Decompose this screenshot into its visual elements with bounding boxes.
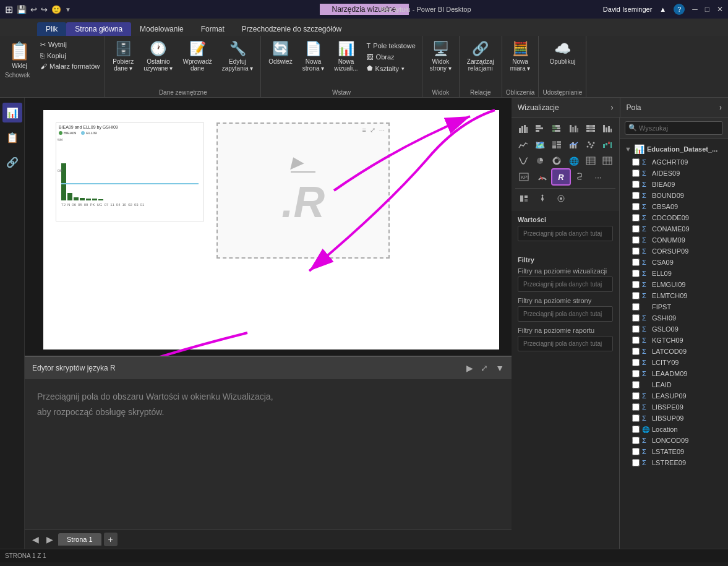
fields-search-input[interactable] bbox=[625, 121, 723, 135]
viz-fields-subtab-icon[interactable] bbox=[515, 191, 533, 206]
field-kgtch09-checkbox[interactable] bbox=[632, 337, 640, 344]
field-gslo09-checkbox[interactable] bbox=[632, 325, 640, 333]
filtry-strony-drop[interactable]: Przeciągnij pola danych tutaj bbox=[518, 306, 613, 322]
field-loncod09-checkbox[interactable] bbox=[632, 437, 640, 444]
paste-button[interactable]: 📋 Wklej bbox=[5, 38, 34, 72]
field-fipst-checkbox[interactable] bbox=[632, 303, 640, 311]
field-kgtch09[interactable]: Σ KGTCH09 bbox=[620, 335, 728, 346]
wprowadz-dane-button[interactable]: 📝 Wprowadźdane bbox=[179, 38, 215, 74]
filtry-wizualizacji-drop[interactable]: Przeciągnij pola danych tutaj bbox=[518, 277, 613, 292]
nowa-strona-button[interactable]: 📄 Nowastrona ▾ bbox=[299, 38, 328, 74]
field-lstate09-checkbox[interactable] bbox=[632, 448, 640, 455]
field-lcity09-checkbox[interactable] bbox=[632, 359, 640, 366]
field-conum09-checkbox[interactable] bbox=[632, 236, 640, 244]
page-tab-1[interactable]: Strona 1 bbox=[58, 533, 101, 546]
viz-map-icon[interactable]: 🗺️ bbox=[532, 137, 547, 152]
filtry-raportu-drop[interactable]: Przeciągnij pola danych tutaj bbox=[518, 336, 613, 351]
r-visual-more-icon[interactable]: ··· bbox=[379, 126, 385, 134]
field-lstate09[interactable]: Σ LSTATE09 bbox=[620, 446, 728, 457]
viz-matrix-icon[interactable] bbox=[600, 121, 615, 136]
format-painter-button[interactable]: 🖌 Malarz formatów bbox=[38, 61, 102, 71]
field-coname09-checkbox[interactable] bbox=[632, 225, 640, 233]
field-corsup09-checkbox[interactable] bbox=[632, 247, 640, 255]
field-lcity09[interactable]: Σ LCITY09 bbox=[620, 357, 728, 368]
field-aides09-checkbox[interactable] bbox=[632, 169, 640, 177]
field-cdcode09[interactable]: Σ CDCODE09 bbox=[620, 212, 728, 223]
field-elmgui09[interactable]: Σ ELMGUI09 bbox=[620, 279, 728, 290]
field-elmgui09-checkbox[interactable] bbox=[632, 281, 640, 288]
viz-globe-icon[interactable]: 🌐 bbox=[566, 153, 581, 168]
viz-scatter-icon[interactable] bbox=[583, 137, 598, 152]
viz-panel-expand-icon[interactable]: › bbox=[611, 103, 614, 112]
fields-panel-header[interactable]: Pola › bbox=[620, 98, 729, 118]
viz-matrix2-icon[interactable] bbox=[600, 153, 615, 168]
field-location[interactable]: 🌐 Location bbox=[620, 424, 728, 435]
fields-panel-expand-icon[interactable]: › bbox=[719, 103, 722, 112]
viz-panel-header[interactable]: Wizualizacje › bbox=[512, 98, 620, 118]
viz-more-icon[interactable]: ··· bbox=[589, 169, 607, 184]
field-libspe09-checkbox[interactable] bbox=[632, 403, 640, 411]
field-loncod09[interactable]: Σ LONCOD09 bbox=[620, 435, 728, 446]
viz-waterfall-icon[interactable] bbox=[600, 137, 615, 152]
quick-access-emoji[interactable]: 🙂 bbox=[51, 5, 61, 14]
tab-plik[interactable]: Plik bbox=[37, 22, 66, 36]
field-libsup09[interactable]: Σ LIBSUP09 bbox=[620, 413, 728, 424]
window-min-btn[interactable]: ─ bbox=[692, 5, 698, 14]
field-ell09-checkbox[interactable] bbox=[632, 270, 640, 277]
field-leasup09-checkbox[interactable] bbox=[632, 392, 640, 400]
field-lstree09[interactable]: Σ LSTREE09 bbox=[620, 457, 728, 468]
window-close-btn[interactable]: ✕ bbox=[717, 5, 723, 14]
zarzadzaj-relacjami-button[interactable]: 🔗 Zarządzajrelacjami bbox=[463, 38, 498, 74]
wartosci-drop-area[interactable]: Przeciągnij pola danych tutaj bbox=[518, 226, 613, 241]
field-leaadm09[interactable]: Σ LEAADM09 bbox=[620, 368, 728, 379]
field-libsup09-checkbox[interactable] bbox=[632, 414, 640, 422]
ksztalty-button[interactable]: ⬟ Kształty ▾ bbox=[364, 63, 418, 74]
obraz-button[interactable]: 🖼 Obraz bbox=[364, 52, 418, 62]
field-agchrt09[interactable]: Σ AGCHRT09 bbox=[620, 157, 728, 168]
viz-r-script-icon[interactable]: R bbox=[552, 169, 570, 184]
field-leaadm09-checkbox[interactable] bbox=[632, 370, 640, 377]
field-leaid[interactable]: Σ LEAID bbox=[620, 379, 728, 390]
pobierz-dane-button[interactable]: 🗄️ Pobierzdane ▾ bbox=[109, 38, 137, 74]
odswierz-button[interactable]: 🔄 Odśwież bbox=[265, 38, 296, 67]
viz-combo-icon[interactable] bbox=[566, 137, 581, 152]
edytuj-zapytania-button[interactable]: 🔧 Edytujzapytania ▾ bbox=[218, 38, 257, 74]
canvas-content[interactable]: BIEA09 and ELL09 by GSHI09 BIEA09 ELL09 bbox=[25, 98, 512, 356]
viz-table-icon[interactable] bbox=[583, 153, 598, 168]
field-ell09[interactable]: Σ ELL09 bbox=[620, 268, 728, 279]
viz-column-chart-icon[interactable] bbox=[532, 121, 547, 136]
viz-clustered-bar-icon[interactable] bbox=[566, 121, 581, 136]
sidebar-data-icon[interactable]: 📋 bbox=[2, 127, 22, 147]
window-max-btn[interactable]: □ bbox=[705, 5, 709, 14]
sidebar-model-icon[interactable]: 🔗 bbox=[2, 152, 22, 172]
field-agchrt09-checkbox[interactable] bbox=[632, 158, 640, 166]
tab-modelowanie[interactable]: Modelowanie bbox=[131, 22, 192, 36]
mini-chart[interactable]: BIEA09 and ELL09 by GSHI09 BIEA09 ELL09 bbox=[56, 122, 204, 221]
viz-treemap-icon[interactable] bbox=[549, 137, 565, 152]
field-aides09[interactable]: Σ AIDES09 bbox=[620, 168, 728, 179]
viz-kpi-icon[interactable]: KPI bbox=[515, 169, 533, 184]
ostatnio-button[interactable]: 🕐 Ostatnioużywane ▾ bbox=[140, 38, 176, 74]
script-collapse-icon[interactable]: ▼ bbox=[495, 363, 504, 373]
field-libspe09[interactable]: Σ LIBSPE09 bbox=[620, 401, 728, 413]
viz-bar-chart-icon[interactable] bbox=[515, 121, 531, 136]
copy-button[interactable]: ⎘ Kopiuj bbox=[38, 51, 102, 61]
field-latcod09[interactable]: Σ LATCOD09 bbox=[620, 346, 728, 357]
field-location-checkbox[interactable] bbox=[632, 426, 640, 433]
help-icon[interactable]: ? bbox=[674, 4, 685, 15]
viz-pie-icon[interactable] bbox=[532, 153, 547, 168]
field-coname09[interactable]: Σ CONAME09 bbox=[620, 223, 728, 234]
field-corsup09[interactable]: Σ CORSUP09 bbox=[620, 246, 728, 257]
quick-access-dropdown[interactable]: ▼ bbox=[65, 6, 71, 13]
field-fipst[interactable]: Σ FIPST bbox=[620, 301, 728, 312]
field-csa09-checkbox[interactable] bbox=[632, 259, 640, 266]
field-leaid-checkbox[interactable] bbox=[632, 381, 640, 388]
field-bound09[interactable]: Σ BOUND09 bbox=[620, 190, 728, 201]
user-chevron[interactable]: ▲ bbox=[659, 6, 666, 13]
page-next-icon[interactable]: ▶ bbox=[44, 534, 56, 544]
viz-100-bar-icon[interactable] bbox=[583, 121, 598, 136]
field-biea09-checkbox[interactable] bbox=[632, 181, 640, 188]
field-cdcode09-checkbox[interactable] bbox=[632, 214, 640, 221]
opublikuj-button[interactable]: ☁️ Opublikuj bbox=[546, 38, 580, 67]
tab-przechodzenie[interactable]: Przechodzenie do szczegółów bbox=[233, 22, 350, 36]
